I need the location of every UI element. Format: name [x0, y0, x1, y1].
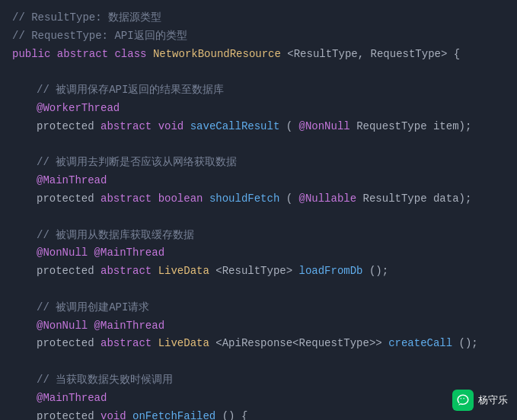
blank-2	[12, 136, 505, 154]
code-line-8: // 被调用去判断是否应该从网络获取数据	[12, 154, 505, 172]
keyword-public: public	[12, 48, 50, 60]
keyword-class: class	[114, 48, 146, 60]
blank-5	[12, 353, 505, 371]
blank-1	[12, 63, 505, 81]
watermark: 杨守乐	[452, 390, 508, 411]
code-line-5: @WorkerThread	[12, 100, 505, 118]
code-line-20: // 当获取数据失败时候调用	[12, 371, 505, 390]
code-line-21: @MainThread	[12, 390, 505, 408]
code-line-6: protected abstract void saveCallResult (…	[12, 118, 505, 136]
code-line-14: protected abstract LiveData <ResultType>…	[12, 262, 505, 281]
code-line-22: protected void onFetchFailed () {	[12, 408, 505, 420]
code-line-18: protected abstract LiveData <ApiResponse…	[12, 335, 505, 353]
code-line-1: // ResultType: 数据源类型	[12, 9, 505, 27]
code-line-17: @NonNull @MainThread	[12, 317, 505, 336]
code-line-4: // 被调用保存API返回的结果至数据库	[12, 81, 505, 100]
blank-4	[12, 281, 505, 299]
code-container: // ResultType: 数据源类型 // RequestType: API…	[0, 0, 517, 420]
code-line-16: // 被调用创建API请求	[12, 299, 505, 317]
wechat-icon	[452, 390, 474, 411]
code-line-12: // 被调用从数据库获取缓存数据	[12, 227, 505, 245]
keyword-abstract: abstract	[57, 48, 108, 60]
watermark-name: 杨守乐	[478, 393, 508, 407]
code-line-13: @NonNull @MainThread	[12, 244, 505, 262]
code-line-10: protected abstract boolean shouldFetch (…	[12, 190, 505, 208]
code-line-3: public abstract class NetworkBoundResour…	[12, 46, 505, 64]
code-line-9: @MainThread	[12, 172, 505, 190]
code-line-2: // RequestType: API返回的类型	[12, 27, 505, 46]
blank-3	[12, 208, 505, 227]
classname: NetworkBoundResource	[153, 48, 281, 60]
